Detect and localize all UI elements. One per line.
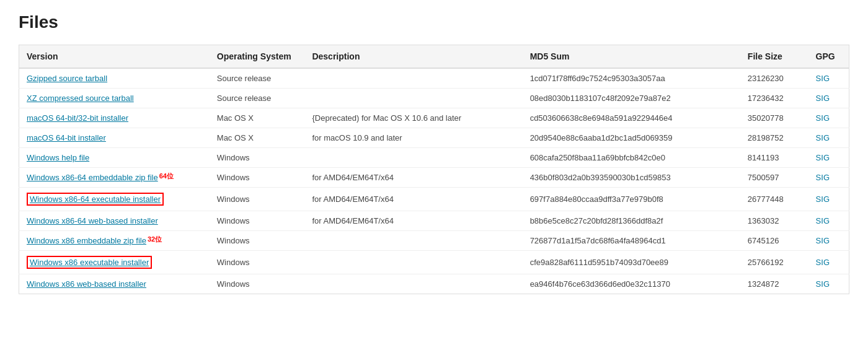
table-row: Windows x86-64 embeddable zip file64位Win…: [19, 168, 849, 188]
gpg-cell: SIG: [808, 108, 849, 128]
gpg-cell: SIG: [808, 251, 849, 274]
size-cell: 7500597: [740, 168, 808, 188]
table-header-row: Version Operating System Description MD5…: [19, 45, 849, 69]
md5-cell: 08ed8030b1183107c48f2092e79a87e2: [523, 89, 740, 108]
size-cell: 1324872: [740, 274, 808, 294]
version-link[interactable]: Gzipped source tarball: [27, 74, 107, 83]
size-cell: 28198752: [740, 128, 808, 148]
version-cell: Windows help file: [19, 148, 210, 168]
gpg-cell: SIG: [808, 89, 849, 108]
gpg-sig-link[interactable]: SIG: [816, 173, 830, 182]
version-cell: Windows x86 executable installer: [19, 251, 210, 274]
version-cell: Windows x86-64 embeddable zip file64位: [19, 168, 210, 188]
os-cell: Windows: [210, 148, 305, 168]
os-cell: Windows: [210, 211, 305, 231]
gpg-sig-link[interactable]: SIG: [816, 258, 830, 267]
gpg-sig-link[interactable]: SIG: [816, 216, 830, 225]
col-header-gpg: GPG: [808, 45, 849, 69]
description-cell: [304, 274, 522, 294]
size-cell: 8141193: [740, 148, 808, 168]
version-cell: Windows x86 embeddable zip file32位: [19, 231, 210, 251]
description-cell: [304, 148, 522, 168]
os-cell: Windows: [210, 251, 305, 274]
os-cell: Mac OS X: [210, 128, 305, 148]
description-cell: for AMD64/EM64T/x64: [304, 211, 522, 231]
os-cell: Source release: [210, 68, 305, 89]
description-cell: [304, 89, 522, 108]
table-row: Windows x86-64 web-based installerWindow…: [19, 211, 849, 231]
col-header-size: File Size: [740, 45, 808, 69]
version-link[interactable]: Windows x86 embeddable zip file: [27, 236, 146, 245]
col-header-version: Version: [19, 45, 210, 69]
version-link[interactable]: macOS 64-bit installer: [27, 133, 106, 142]
gpg-sig-link[interactable]: SIG: [816, 74, 830, 83]
md5-cell: ea946f4b76ce63d366d6ed0e32c11370: [523, 274, 740, 294]
size-cell: 26777448: [740, 188, 808, 211]
gpg-cell: SIG: [808, 188, 849, 211]
table-row: macOS 64-bit/32-bit installerMac OS X{De…: [19, 108, 849, 128]
description-cell: for AMD64/EM64T/x64: [304, 188, 522, 211]
size-cell: 25766192: [740, 251, 808, 274]
version-cell: macOS 64-bit installer: [19, 128, 210, 148]
version-cell: Gzipped source tarball: [19, 68, 210, 89]
os-cell: Windows: [210, 168, 305, 188]
version-cell: Windows x86-64 web-based installer: [19, 211, 210, 231]
col-header-md5: MD5 Sum: [523, 45, 740, 69]
md5-cell: 436b0f803d2a0b393590030b1cd59853: [523, 168, 740, 188]
description-cell: [304, 231, 522, 251]
os-cell: Source release: [210, 89, 305, 108]
description-cell: [304, 251, 522, 274]
version-cell: macOS 64-bit/32-bit installer: [19, 108, 210, 128]
gpg-sig-link[interactable]: SIG: [816, 133, 830, 142]
md5-cell: 1cd071f78ff6d9c7524c95303a3057aa: [523, 68, 740, 89]
md5-cell: 20d9540e88c6aaba1d2bc1ad5d069359: [523, 128, 740, 148]
annotation-badge: 64位: [159, 173, 174, 180]
size-cell: 6745126: [740, 231, 808, 251]
version-cell: XZ compressed source tarball: [19, 89, 210, 108]
version-cell: Windows x86 web-based installer: [19, 274, 210, 294]
col-header-desc: Description: [304, 45, 522, 69]
table-row: Windows x86 executable installerWindowsc…: [19, 251, 849, 274]
md5-cell: 697f7a884e80ccaa9dff3a77e979b0f8: [523, 188, 740, 211]
files-table: Version Operating System Description MD5…: [19, 45, 849, 294]
table-row: Windows help fileWindows608cafa250f8baa1…: [19, 148, 849, 168]
gpg-cell: SIG: [808, 148, 849, 168]
gpg-sig-link[interactable]: SIG: [816, 113, 830, 123]
os-cell: Windows: [210, 274, 305, 294]
gpg-cell: SIG: [808, 211, 849, 231]
version-cell: Windows x86-64 executable installer: [19, 188, 210, 211]
gpg-sig-link[interactable]: SIG: [816, 279, 830, 289]
description-cell: for AMD64/EM64T/x64: [304, 168, 522, 188]
gpg-sig-link[interactable]: SIG: [816, 194, 830, 204]
description-cell: {Deprecated) for Mac OS X 10.6 and later: [304, 108, 522, 128]
gpg-cell: SIG: [808, 168, 849, 188]
version-link[interactable]: Windows x86 web-based installer: [27, 279, 146, 289]
md5-cell: 726877d1a1f5a7dc68f6a4fa48964cd1: [523, 231, 740, 251]
gpg-sig-link[interactable]: SIG: [816, 236, 830, 245]
gpg-sig-link[interactable]: SIG: [816, 94, 830, 103]
os-cell: Mac OS X: [210, 108, 305, 128]
os-cell: Windows: [210, 231, 305, 251]
gpg-cell: SIG: [808, 68, 849, 89]
gpg-cell: SIG: [808, 274, 849, 294]
version-link[interactable]: XZ compressed source tarball: [27, 94, 134, 103]
size-cell: 17236432: [740, 89, 808, 108]
gpg-cell: SIG: [808, 128, 849, 148]
os-cell: Windows: [210, 188, 305, 211]
version-link[interactable]: Windows x86-64 embeddable zip file: [27, 173, 158, 182]
md5-cell: b8b6e5ce8c27c20bfd28f1366ddf8a2f: [523, 211, 740, 231]
annotation-badge: 32位: [148, 236, 162, 243]
table-row: XZ compressed source tarballSource relea…: [19, 89, 849, 108]
gpg-sig-link[interactable]: SIG: [816, 153, 830, 162]
version-link[interactable]: Windows x86-64 web-based installer: [27, 216, 158, 225]
md5-cell: cfe9a828af6111d5951b74093d70ee89: [523, 251, 740, 274]
version-link[interactable]: macOS 64-bit/32-bit installer: [27, 113, 128, 123]
col-header-os: Operating System: [210, 45, 305, 69]
version-link[interactable]: Windows x86-64 executable installer: [30, 194, 161, 204]
description-cell: for macOS 10.9 and later: [304, 128, 522, 148]
size-cell: 23126230: [740, 68, 808, 89]
version-link[interactable]: Windows x86 executable installer: [30, 258, 149, 267]
version-link[interactable]: Windows help file: [27, 153, 89, 162]
page-title: Files: [19, 12, 849, 32]
md5-cell: 608cafa250f8baa11a69bbfcb842c0e0: [523, 148, 740, 168]
